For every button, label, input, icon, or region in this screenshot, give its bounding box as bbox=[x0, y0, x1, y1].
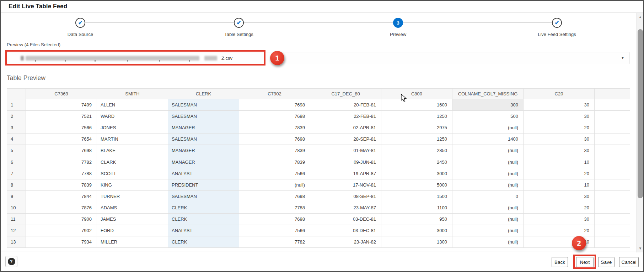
cell[interactable]: 20 bbox=[524, 122, 595, 134]
cell[interactable]: 03-DEC-81 bbox=[310, 225, 381, 236]
cell[interactable]: SALESMAN bbox=[168, 134, 239, 145]
cell[interactable]: MARTIN bbox=[97, 134, 168, 145]
cell[interactable]: 7654 bbox=[26, 134, 97, 145]
cell[interactable]: 1600 bbox=[381, 99, 452, 111]
cell[interactable]: JONES bbox=[97, 122, 168, 134]
cell[interactable]: SALESMAN bbox=[168, 99, 239, 111]
cell[interactable]: 3000 bbox=[381, 168, 452, 179]
cell[interactable]: 30 bbox=[524, 145, 595, 156]
vertical-scrollbar[interactable]: ▲ ▼ bbox=[636, 13, 644, 252]
cell[interactable]: 28-SEP-81 bbox=[310, 134, 381, 145]
cell[interactable]: 02-APR-81 bbox=[310, 122, 381, 134]
cell[interactable]: 7788 bbox=[26, 168, 97, 179]
cell[interactable]: 7844 bbox=[26, 190, 97, 202]
cell[interactable]: 7876 bbox=[26, 202, 97, 213]
cell[interactable]: 23-MAY-87 bbox=[310, 202, 381, 213]
cell[interactable]: ANALYST bbox=[168, 168, 239, 179]
cell[interactable]: 20 bbox=[524, 202, 595, 213]
cell[interactable]: 300 bbox=[452, 99, 524, 111]
cell[interactable]: (null) bbox=[452, 202, 524, 213]
cell[interactable]: WARD bbox=[97, 111, 168, 122]
cell[interactable]: 7839 bbox=[239, 145, 310, 156]
cell[interactable]: (null) bbox=[452, 156, 524, 168]
cell[interactable]: 2450 bbox=[381, 156, 452, 168]
cell[interactable]: (null) bbox=[452, 236, 524, 248]
cell[interactable]: TURNER bbox=[97, 190, 168, 202]
cell[interactable]: 17-NOV-81 bbox=[310, 179, 381, 190]
cell[interactable]: 20-FEB-81 bbox=[310, 99, 381, 111]
cell[interactable]: (null) bbox=[452, 179, 524, 190]
cell[interactable]: 1400 bbox=[452, 134, 524, 145]
cell[interactable]: 7698 bbox=[239, 99, 310, 111]
cell[interactable]: 7839 bbox=[239, 122, 310, 134]
cell[interactable]: 7698 bbox=[239, 190, 310, 202]
cell[interactable]: SCOTT bbox=[97, 168, 168, 179]
cell[interactable]: 1300 bbox=[381, 236, 452, 248]
cell[interactable]: SALESMAN bbox=[168, 111, 239, 122]
cell[interactable]: MANAGER bbox=[168, 122, 239, 134]
cell[interactable]: 20 bbox=[524, 168, 595, 179]
cell[interactable]: SALESMAN bbox=[168, 190, 239, 202]
cell[interactable]: 7566 bbox=[239, 225, 310, 236]
scroll-up-icon[interactable]: ▲ bbox=[637, 15, 644, 19]
cell[interactable]: (null) bbox=[452, 145, 524, 156]
cancel-button[interactable]: Cancel bbox=[619, 257, 639, 267]
cell[interactable]: ADAMS bbox=[97, 202, 168, 213]
cell[interactable]: 7698 bbox=[239, 213, 310, 225]
help-button[interactable]: ? bbox=[5, 256, 17, 267]
cell[interactable]: 7934 bbox=[26, 236, 97, 248]
cell[interactable]: CLARK bbox=[97, 156, 168, 168]
cell[interactable]: 1250 bbox=[381, 134, 452, 145]
cell[interactable]: (null) bbox=[239, 179, 310, 190]
cell[interactable]: 10 bbox=[524, 156, 595, 168]
cell[interactable]: 1500 bbox=[381, 190, 452, 202]
cell[interactable]: 1250 bbox=[381, 111, 452, 122]
cell[interactable]: 2975 bbox=[381, 122, 452, 134]
cell[interactable]: 22-FEB-81 bbox=[310, 111, 381, 122]
back-button[interactable]: Back bbox=[552, 257, 568, 267]
cell[interactable]: (null) bbox=[452, 168, 524, 179]
scrollbar-thumb[interactable] bbox=[638, 29, 643, 198]
cell[interactable]: 7521 bbox=[26, 111, 97, 122]
cell[interactable]: 19-APR-87 bbox=[310, 168, 381, 179]
cell[interactable]: MANAGER bbox=[168, 156, 239, 168]
cell[interactable]: KING bbox=[97, 179, 168, 190]
cell[interactable]: CLERK bbox=[168, 213, 239, 225]
cell[interactable]: ANALYST bbox=[168, 225, 239, 236]
cell[interactable]: 30 bbox=[524, 213, 595, 225]
cell[interactable]: 30 bbox=[524, 99, 595, 111]
cell[interactable]: 0 bbox=[452, 190, 524, 202]
cell[interactable]: 7788 bbox=[239, 202, 310, 213]
cell[interactable]: (null) bbox=[452, 225, 524, 236]
cell[interactable]: 03-DEC-81 bbox=[310, 213, 381, 225]
cell[interactable]: 7782 bbox=[239, 236, 310, 248]
cell[interactable]: 30 bbox=[524, 190, 595, 202]
cell[interactable]: 7698 bbox=[239, 111, 310, 122]
cell[interactable]: 7698 bbox=[239, 134, 310, 145]
cell[interactable]: FORD bbox=[97, 225, 168, 236]
cell[interactable]: 7900 bbox=[26, 213, 97, 225]
cell[interactable]: 7839 bbox=[26, 179, 97, 190]
cell[interactable]: 30 bbox=[524, 134, 595, 145]
cell[interactable]: (null) bbox=[452, 213, 524, 225]
cell[interactable]: 01-MAY-81 bbox=[310, 145, 381, 156]
cell[interactable]: 7782 bbox=[26, 156, 97, 168]
cell[interactable]: CLERK bbox=[168, 202, 239, 213]
cell[interactable]: 2850 bbox=[381, 145, 452, 156]
cell[interactable]: 09-JUN-81 bbox=[310, 156, 381, 168]
cell[interactable]: 7499 bbox=[26, 99, 97, 111]
cell[interactable]: 3000 bbox=[381, 225, 452, 236]
cell[interactable]: 500 bbox=[452, 111, 524, 122]
cell[interactable]: 7839 bbox=[239, 156, 310, 168]
cell[interactable]: 23-JAN-82 bbox=[310, 236, 381, 248]
cell[interactable]: 10 bbox=[524, 179, 595, 190]
cell[interactable]: 7902 bbox=[26, 225, 97, 236]
cell[interactable]: CLERK bbox=[168, 236, 239, 248]
scroll-down-icon[interactable]: ▼ bbox=[637, 246, 644, 250]
cell[interactable]: 08-SEP-81 bbox=[310, 190, 381, 202]
cell[interactable]: 7566 bbox=[26, 122, 97, 134]
cell[interactable]: JAMES bbox=[97, 213, 168, 225]
cell[interactable]: PRESIDENT bbox=[168, 179, 239, 190]
cell[interactable]: MILLER bbox=[97, 236, 168, 248]
cell[interactable]: 950 bbox=[381, 213, 452, 225]
